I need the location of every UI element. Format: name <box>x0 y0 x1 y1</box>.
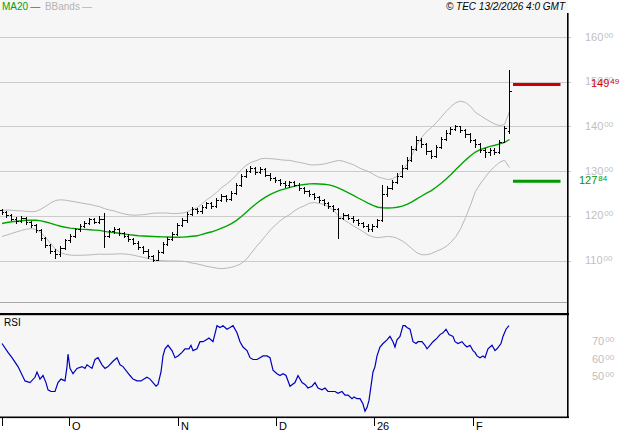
legend: MA20— BBands— <box>2 1 94 12</box>
price-tick-label: 11000 <box>585 254 612 268</box>
x-tick-label: O <box>72 420 81 432</box>
bbands-legend-label: BBands <box>45 1 80 12</box>
ohlc-bars <box>0 70 512 262</box>
bbands-legend-swatch: — <box>82 1 92 12</box>
resistance-level-label: 14949 <box>591 77 619 91</box>
price-tick-label: 16000 <box>585 31 613 45</box>
x-tick-label: 26 <box>377 420 389 432</box>
bollinger-lower-band <box>2 160 510 269</box>
price-and-rsi-chart <box>0 0 627 440</box>
rsi-tick-label: 5000 <box>592 370 614 384</box>
y-axis-line <box>567 13 569 418</box>
x-axis-line <box>0 417 569 419</box>
rsi-tick-label: 6000 <box>592 353 614 367</box>
copyright-timestamp: © TEC 13/2/2026 4:0 GMT <box>446 1 565 12</box>
ma20-line <box>2 140 510 238</box>
ma20-legend-swatch: — <box>30 1 40 12</box>
stock-chart-window: MA20— BBands— © TEC 13/2/2026 4:0 GMT RS… <box>0 0 627 440</box>
x-tick-label: F <box>476 420 483 432</box>
price-tick-label: 12000 <box>585 209 613 223</box>
ma20-legend-label: MA20 <box>2 1 28 12</box>
rsi-pane-label: RSI <box>4 317 21 328</box>
x-tick-label: N <box>181 420 189 432</box>
price-tick-label: 14000 <box>585 120 613 134</box>
rsi-line <box>2 326 509 411</box>
rsi-tick-label: 7000 <box>592 335 614 349</box>
support-level-label: 12784 <box>579 174 607 188</box>
bollinger-upper-band <box>2 101 510 215</box>
x-tick-label: D <box>279 420 287 432</box>
rsi-pane-top-border <box>0 313 569 315</box>
